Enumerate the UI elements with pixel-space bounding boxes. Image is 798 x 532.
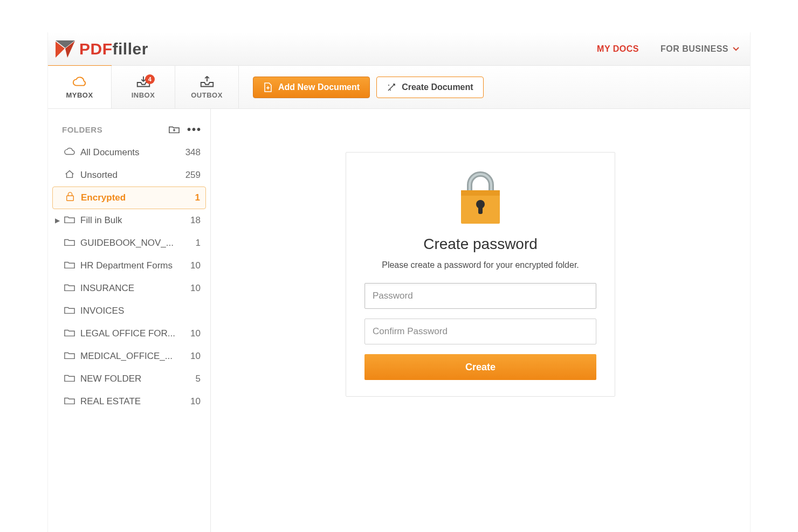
sidebar-item-label: NEW FOLDER — [80, 374, 177, 384]
logo-text: PDFfiller — [79, 40, 148, 58]
sidebar-item-label: Unsorted — [80, 170, 177, 181]
main: Create password Please create a password… — [211, 109, 750, 532]
svg-rect-6 — [67, 196, 74, 201]
sidebar-item-1[interactable]: Unsorted259 — [52, 164, 206, 186]
folder-icon — [64, 328, 75, 340]
sidebar-head: FOLDERS ••• — [52, 124, 206, 141]
nav-for-business-label: FOR BUSINESS — [661, 44, 728, 54]
sidebar-item-label: INVOICES — [80, 306, 177, 316]
sidebar-item-label: HR Department Forms — [80, 260, 177, 271]
home-icon — [64, 169, 75, 182]
sidebar-item-count: 10 — [182, 283, 201, 294]
sidebar-item-label: MEDICAL_OFFICE_... — [80, 351, 177, 362]
folder-icon — [64, 237, 75, 250]
app-root: PDFfiller MY DOCS FOR BUSINESS MYBOX — [47, 32, 751, 532]
file-add-icon — [263, 82, 273, 92]
sidebar-item-label: Encrypted — [81, 192, 176, 203]
folder-icon — [64, 215, 75, 227]
tab-mybox-label: MYBOX — [66, 91, 93, 99]
sidebar-item-count: 10 — [182, 351, 201, 362]
sidebar-item-label: Fill in Bulk — [80, 215, 177, 226]
svg-rect-8 — [461, 190, 500, 196]
sidebar-item-count: 259 — [182, 170, 201, 181]
svg-point-5 — [390, 89, 391, 91]
logo-icon — [54, 39, 76, 59]
folder-icon — [64, 282, 75, 295]
sidebar-item-count: 10 — [182, 260, 201, 271]
chevron-down-icon — [733, 46, 739, 52]
add-new-document-button[interactable]: Add New Document — [253, 77, 370, 98]
sidebar-item-4[interactable]: GUIDEBOOK_NOV_...1 — [52, 232, 206, 254]
sidebar-item-count: 18 — [182, 215, 201, 226]
sidebar-item-10[interactable]: NEW FOLDER5 — [52, 368, 206, 390]
sidebar-item-3[interactable]: ▶Fill in Bulk18 — [52, 209, 206, 232]
sidebar-item-count: 348 — [182, 147, 201, 158]
logo[interactable]: PDFfiller — [54, 39, 148, 59]
sidebar-item-8[interactable]: LEGAL OFFICE FOR...10 — [52, 322, 206, 345]
confirm-password-input[interactable] — [364, 319, 596, 344]
sidebar-item-label: All Documents — [80, 147, 177, 158]
new-folder-icon[interactable] — [169, 125, 180, 134]
password-input[interactable] — [364, 283, 596, 309]
nav-my-docs[interactable]: MY DOCS — [597, 44, 639, 54]
folder-icon — [64, 350, 75, 363]
nav-for-business[interactable]: FOR BUSINESS — [661, 44, 739, 54]
folder-icon — [64, 373, 75, 385]
sidebar-item-5[interactable]: HR Department Forms10 — [52, 254, 206, 277]
topnav: MY DOCS FOR BUSINESS — [597, 44, 744, 54]
sidebar-item-6[interactable]: INSURANCE10 — [52, 277, 206, 300]
sidebar-item-7[interactable]: INVOICES — [52, 300, 206, 322]
lock-icon — [65, 192, 75, 204]
sidebar-item-label: INSURANCE — [80, 283, 177, 294]
outbox-icon — [199, 75, 215, 89]
wand-icon — [387, 82, 396, 92]
sidebar-item-9[interactable]: MEDICAL_OFFICE_...10 — [52, 345, 206, 368]
sidebar-item-label: REAL ESTATE — [80, 396, 177, 407]
sidebar-item-label: LEGAL OFFICE FOR... — [80, 328, 177, 339]
sidebar: FOLDERS ••• All Documents348Unsorted259E… — [48, 109, 211, 532]
folder-icon — [64, 305, 75, 317]
tab-mybox[interactable]: MYBOX — [48, 66, 112, 108]
card-subtitle: Please create a password for your encryp… — [364, 260, 596, 270]
folder-list: All Documents348Unsorted259Encrypted1▶Fi… — [52, 141, 206, 413]
topbar: PDFfiller MY DOCS FOR BUSINESS — [48, 32, 750, 66]
svg-point-4 — [388, 85, 389, 86]
folder-icon — [64, 396, 75, 408]
sidebar-item-count: 10 — [182, 328, 201, 339]
sidebar-item-count: 10 — [182, 396, 201, 407]
create-button[interactable]: Create — [364, 354, 596, 380]
cloud-icon — [64, 147, 75, 159]
tab-outbox[interactable]: OUTBOX — [175, 66, 239, 108]
tab-inbox-label: INBOX — [132, 91, 155, 99]
inbox-badge: 4 — [145, 74, 155, 84]
sidebar-item-label: GUIDEBOOK_NOV_... — [80, 238, 177, 248]
cloud-icon — [72, 75, 88, 89]
svg-rect-10 — [478, 205, 483, 214]
sidebar-item-11[interactable]: REAL ESTATE10 — [52, 390, 206, 413]
sidebar-item-count: 1 — [182, 192, 200, 203]
tab-inbox[interactable]: 4 INBOX — [112, 66, 175, 108]
caret-icon: ▶ — [54, 217, 60, 224]
folder-icon — [64, 260, 75, 272]
create-document-button[interactable]: Create Document — [376, 77, 483, 98]
sidebar-item-0[interactable]: All Documents348 — [52, 141, 206, 164]
sidebar-item-2[interactable]: Encrypted1 — [52, 186, 206, 209]
add-new-document-label: Add New Document — [278, 82, 360, 92]
create-password-card: Create password Please create a password… — [346, 152, 615, 397]
tab-outbox-label: OUTBOX — [191, 91, 223, 99]
tabbar: MYBOX 4 INBOX OUTBOX — [48, 66, 750, 109]
action-bar: Add New Document Create Document — [239, 66, 484, 108]
card-title: Create password — [364, 236, 596, 253]
more-icon[interactable]: ••• — [187, 124, 202, 135]
lock-icon — [364, 167, 596, 227]
sidebar-item-count: 5 — [182, 374, 201, 384]
create-document-label: Create Document — [402, 82, 473, 92]
body: FOLDERS ••• All Documents348Unsorted259E… — [48, 109, 750, 532]
folders-heading: FOLDERS — [62, 125, 102, 134]
sidebar-item-count: 1 — [182, 238, 201, 248]
